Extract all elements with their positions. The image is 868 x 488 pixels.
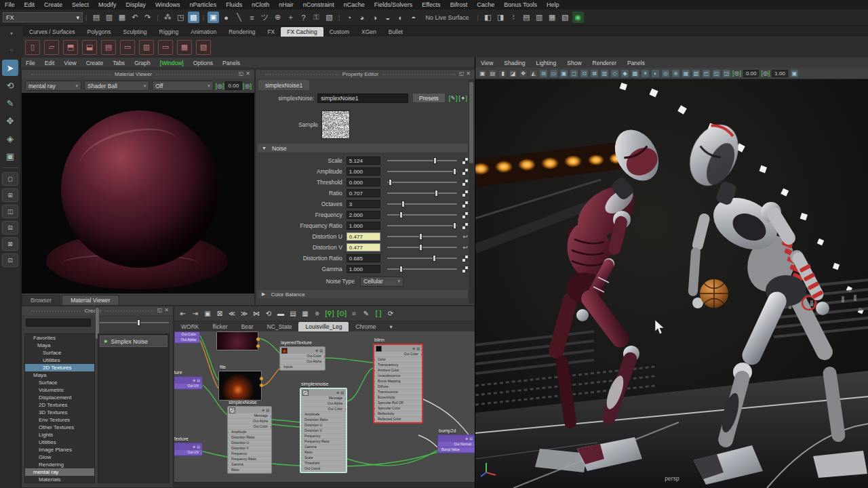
geocache-create-icon[interactable]: ▤ (101, 40, 116, 55)
node-bump2d[interactable]: ⊕▤Out NormalBump Value (437, 434, 475, 453)
menu-item[interactable]: nParticles (185, 1, 222, 8)
port-dot[interactable] (324, 355, 325, 358)
tab-louisville-leg[interactable]: Louisville_Leg (298, 322, 349, 331)
node-header[interactable]: ⊕▤ (174, 377, 202, 384)
port-dot[interactable] (271, 420, 271, 423)
connection-wire[interactable] (347, 450, 437, 466)
node-state-icon[interactable]: ⊕ (262, 408, 264, 412)
new-scene-icon[interactable]: ▤ (90, 12, 102, 23)
input-port-row[interactable]: Reflected Color (374, 417, 422, 422)
move-tool[interactable]: ✥ (2, 113, 18, 129)
node-header[interactable]: ⊕▤ (301, 389, 346, 396)
menu-item[interactable]: Modify (94, 1, 121, 8)
camera-attrs-icon[interactable]: ▤ (488, 69, 497, 78)
port-dot[interactable] (374, 391, 375, 394)
connection-wire[interactable] (347, 368, 373, 401)
attribute-value-input[interactable]: 2.000 (347, 211, 380, 219)
map-texture-icon[interactable] (462, 180, 468, 186)
menu-item[interactable]: Cache (472, 1, 499, 8)
tree-item[interactable]: Utilities (25, 357, 94, 364)
menu-item[interactable]: Select (67, 1, 94, 8)
ncache-merge-icon[interactable]: ⬓ (82, 40, 97, 55)
attribute-value-input[interactable]: 0.477 (347, 232, 380, 241)
node-state-icon[interactable]: ⊕ (193, 445, 195, 449)
hypershade-menu-item[interactable]: Edit (40, 60, 60, 66)
port-dot[interactable] (228, 453, 229, 455)
break-connection-icon[interactable]: ↩ (462, 234, 468, 240)
shelf-tab[interactable]: Bullet (382, 27, 409, 37)
attribute-value-input[interactable]: 5.124 (347, 157, 380, 165)
render-view-icon[interactable]: ◔ (343, 12, 355, 23)
attribute-slider[interactable] (387, 160, 457, 161)
property-editor-titlebar[interactable]: Property Editor ◱✕ (256, 70, 475, 79)
port-dot[interactable] (280, 366, 281, 369)
port-dot[interactable] (301, 424, 302, 427)
icon-size-slider[interactable] (98, 322, 169, 323)
slider-handle[interactable] (453, 168, 456, 175)
output-port-row[interactable]: Out Normal (438, 442, 475, 447)
slider-handle[interactable] (419, 233, 422, 240)
port-dot[interactable] (374, 407, 375, 410)
slider-handle[interactable] (389, 179, 392, 186)
undo-icon[interactable]: ↶ (129, 12, 140, 23)
basketball[interactable] (700, 279, 728, 308)
break-connection-icon[interactable]: ↩ (462, 245, 468, 251)
connection-wire[interactable] (258, 338, 281, 354)
attribute-editor-icon[interactable]: ◨ (495, 12, 507, 23)
layout-single[interactable]: ◻ (2, 172, 18, 186)
isolate-icon[interactable]: ◰ (702, 69, 711, 78)
input-port-row[interactable]: Frequency (301, 434, 346, 439)
connection-wire[interactable] (200, 336, 218, 380)
tree-item[interactable]: Glow (25, 453, 94, 461)
menu-item[interactable]: Help (542, 1, 564, 8)
node-texture[interactable]: ⊕▤Out UV (174, 376, 203, 390)
viewport-menu-item[interactable]: Panels (622, 60, 650, 66)
slider-handle[interactable] (137, 319, 140, 326)
node-place2d-fragment[interactable]: Out ColorOut Alpha (174, 331, 200, 344)
depth-peel-icon[interactable]: ▧ (692, 69, 701, 78)
tree-item[interactable]: Env Textures (25, 416, 94, 424)
slider-handle[interactable] (401, 201, 405, 207)
slider-handle[interactable] (433, 157, 437, 164)
shelf-tab[interactable]: Polygons (81, 27, 117, 37)
output-port-row[interactable]: Message (228, 413, 271, 418)
input-port-row[interactable]: Specular Roll Off (374, 401, 422, 405)
gamma-value[interactable]: 1.00 (772, 70, 788, 77)
input-port-row[interactable]: Gamma (228, 462, 271, 467)
layout-hypershade[interactable]: ⊠ (2, 237, 18, 251)
node-state-icon[interactable]: ⊕ (315, 348, 318, 352)
port-dot[interactable] (374, 380, 375, 383)
node-expand-icon[interactable]: ▤ (469, 436, 473, 441)
attribute-value-input[interactable]: 1.000 (347, 265, 380, 273)
menu-item[interactable]: nCache (339, 1, 370, 8)
connection-wire[interactable] (272, 420, 300, 422)
panel-window-icons[interactable]: ◱✕ (157, 307, 171, 313)
joints-xray-icon[interactable]: ◲ (722, 69, 731, 78)
noise-section-header[interactable]: ▼ Noise (258, 144, 468, 152)
attribute-slider[interactable] (387, 247, 457, 248)
node-header[interactable]: ⊕▤ (228, 407, 271, 413)
attribute-slider[interactable] (387, 203, 457, 205)
node-simplexnoise-center[interactable]: ⊕▤MessageOut AlphaOut ColorAmplitudeDist… (300, 388, 347, 473)
input-port-row[interactable]: Threshold (301, 461, 346, 466)
ncache-create-icon[interactable]: ▯ (25, 40, 40, 55)
select-component-icon[interactable]: ▩ (188, 12, 199, 23)
display-layer-icon[interactable]: ▦ (547, 12, 558, 23)
frame-icon[interactable]: [ ] (373, 308, 384, 319)
back-icon[interactable]: ⇤ (178, 308, 189, 319)
layout-four-pane[interactable]: ⊞ (2, 188, 18, 202)
tree-item[interactable]: Surface (25, 349, 94, 357)
shelf-side-buttons[interactable]: ▾○ (0, 26, 23, 58)
node-file[interactable] (218, 371, 262, 401)
input-port-row[interactable]: Scale (301, 455, 346, 460)
snap-plane-icon[interactable]: ≡ (246, 12, 258, 23)
menu-item[interactable]: Windows (151, 1, 185, 8)
material-viewer-render[interactable] (22, 93, 254, 293)
lasso-tool[interactable]: ⟲ (2, 77, 18, 94)
tool-settings-icon[interactable]: ⁝ (508, 12, 519, 23)
connection-wire[interactable] (326, 358, 373, 363)
port-dot[interactable] (374, 413, 375, 415)
safe-action-icon[interactable]: ⊠ (590, 69, 599, 78)
output-port-row[interactable]: Out UV (174, 450, 202, 455)
show-hide-icon[interactable]: [✎] (449, 95, 458, 102)
